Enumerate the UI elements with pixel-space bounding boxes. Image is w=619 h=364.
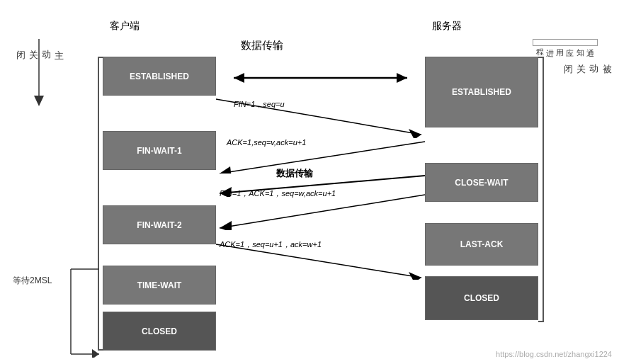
label-fin2: FIN=1，ACK=1，seq=w,ack=u+1 bbox=[220, 188, 336, 199]
svg-marker-4 bbox=[409, 129, 421, 138]
svg-marker-1 bbox=[234, 73, 244, 83]
diagram-container: 客户端 服务器 主动关闭 被动关闭 通知应用进程 数据传输 ESTABLISHE… bbox=[0, 0, 619, 364]
label-ack1: ACK=1,seq=v,ack=u+1 bbox=[227, 138, 306, 147]
notify-app-label: 通知应用进程 bbox=[533, 39, 598, 46]
label-ack2: ACK=1，seq=u+1，ack=w+1 bbox=[220, 239, 322, 250]
watermark: https://blog.csdn.net/zhangxi1224 bbox=[496, 350, 612, 358]
state-close-wait: CLOSE-WAIT bbox=[425, 163, 538, 202]
svg-marker-14 bbox=[34, 96, 44, 106]
label-data-transfer-mid: 数据传输 bbox=[276, 167, 313, 180]
state-fin-wait-1: FIN-WAIT-1 bbox=[103, 131, 216, 170]
label-fin1: FIN=1，seq=u bbox=[234, 99, 285, 110]
state-time-wait: TIME-WAIT bbox=[103, 266, 216, 305]
svg-marker-2 bbox=[397, 73, 407, 83]
state-established-client: ESTABLISHED bbox=[103, 57, 216, 96]
wait-2msl-label: 等待2MSL bbox=[13, 275, 52, 287]
client-section-label: 客户端 bbox=[110, 20, 140, 33]
svg-line-9 bbox=[220, 195, 425, 228]
wait-2msl-bracket bbox=[57, 266, 106, 358]
svg-marker-18 bbox=[92, 349, 99, 358]
active-close-arrow bbox=[28, 39, 50, 110]
state-fin-wait-2: FIN-WAIT-2 bbox=[103, 205, 216, 244]
state-closed-server: CLOSED bbox=[425, 276, 538, 320]
state-established-server: ESTABLISHED bbox=[425, 57, 538, 127]
data-transfer-arrow bbox=[220, 67, 421, 89]
svg-marker-10 bbox=[220, 221, 232, 230]
state-last-ack: LAST-ACK bbox=[425, 223, 538, 266]
state-closed-client: CLOSED bbox=[103, 312, 216, 351]
data-transfer-top-label: 数据传输 bbox=[241, 39, 283, 52]
server-right-bracket bbox=[538, 57, 544, 322]
server-section-label: 服务器 bbox=[432, 20, 462, 33]
